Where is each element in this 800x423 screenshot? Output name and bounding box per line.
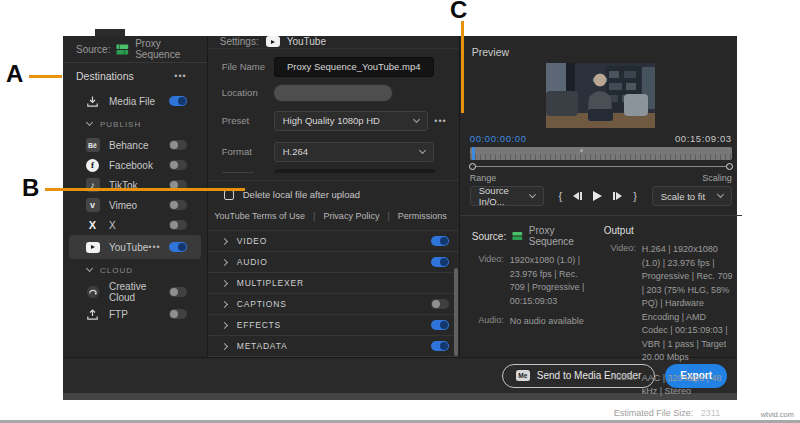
annotation-label-c: C: [450, 0, 467, 24]
in-point-handle[interactable]: [469, 163, 476, 170]
format-label: Format: [222, 146, 274, 157]
preset-menu-icon[interactable]: •••: [434, 116, 446, 126]
section-video[interactable]: VIDEO: [208, 231, 459, 252]
section-multiplexer[interactable]: MULTIPLEXER: [208, 273, 459, 294]
set-out-point-icon[interactable]: }: [633, 190, 637, 202]
sidebar-item-behance[interactable]: Bē Behance: [63, 135, 207, 155]
metadata-section-toggle[interactable]: [431, 341, 449, 351]
step-forward-icon[interactable]: [613, 192, 622, 200]
current-timecode[interactable]: 00:00:00:00: [470, 133, 527, 144]
publish-group-label: PUBLISH: [100, 120, 141, 129]
annotation-label-a: A: [6, 60, 23, 88]
link-separator: |: [313, 211, 315, 221]
timeline-marker: [580, 149, 583, 152]
youtube-terms-link[interactable]: YouTube Terms of Use: [214, 211, 305, 221]
x-glyph: X: [89, 219, 96, 231]
settings-sections: VIDEO AUDIO MULTIPLEXER CAPTIONS: [208, 230, 459, 357]
vimeo-glyph: v: [86, 198, 100, 212]
effects-section-toggle[interactable]: [431, 320, 449, 330]
video-label: Video:: [604, 243, 636, 365]
playhead[interactable]: [472, 147, 475, 160]
file-name-input[interactable]: [274, 57, 434, 77]
section-audio[interactable]: AUDIO: [208, 252, 459, 273]
sidebar-item-x[interactable]: X X: [63, 215, 207, 235]
sidebar-item-media-file[interactable]: Media File: [63, 89, 207, 113]
preset-dropdown[interactable]: High Quality 1080p HD: [274, 111, 429, 131]
audio-section-toggle[interactable]: [431, 257, 449, 267]
facebook-toggle[interactable]: [169, 160, 187, 170]
step-back-icon[interactable]: [573, 192, 582, 200]
play-icon[interactable]: [593, 191, 602, 201]
timeline-scrubber[interactable]: [470, 147, 732, 160]
preview-title: Preview: [460, 36, 742, 58]
file-name-label: File Name: [222, 61, 274, 72]
scaling-label: Scaling: [702, 173, 732, 183]
settings-header: Settings: YouTube: [208, 36, 459, 49]
export-dialog: Source: Proxy Sequence Destinations ••• …: [63, 36, 737, 400]
clipped-field-label: [222, 172, 254, 173]
source-video-row: Video: 1920x1080 (1.0) | 23.976 fps | Re…: [472, 254, 594, 308]
sidebar-item-youtube[interactable]: YouTube •••: [69, 235, 201, 259]
cloud-group-label: CLOUD: [100, 266, 133, 275]
scrollbar[interactable]: [454, 268, 458, 356]
sidebar-item-label: Media File: [109, 96, 155, 107]
link-separator: |: [387, 211, 389, 221]
sidebar-item-facebook[interactable]: f Facebook: [63, 155, 207, 175]
chevron-down-icon: [413, 116, 420, 123]
chevron-right-icon: [221, 279, 228, 286]
source-output-info: Source: Proxy Sequence Video: 1920x1080 …: [460, 216, 742, 423]
dialog-main: Source: Proxy Sequence Destinations ••• …: [63, 36, 737, 357]
preset-row: Preset High Quality 1080p HD •••: [222, 111, 447, 131]
sidebar-item-ftp[interactable]: FTP: [63, 303, 207, 325]
preset-label: Preset: [222, 115, 274, 126]
location-link-redacted[interactable]: [274, 85, 392, 101]
settings-panel: Settings: YouTube File Name Location Pre…: [208, 36, 460, 357]
range-handle-bar: [470, 163, 732, 171]
output-audio-row: Audio: AAC | 320 kbps | 48 kHz | Stereo: [604, 372, 734, 399]
youtube-toggle[interactable]: [169, 242, 187, 252]
output-audio-value: AAC | 320 kbps | 48 kHz | Stereo: [642, 372, 734, 399]
output-video-row: Video: H.264 | 1920x1080 (1.0) | 23.976 …: [604, 243, 734, 365]
cloud-group-header[interactable]: CLOUD: [63, 259, 207, 281]
annotation-arrow-a: [29, 75, 62, 78]
scaling-dropdown[interactable]: Scale to fit: [652, 186, 732, 206]
file-name-row: File Name: [222, 57, 447, 77]
media-file-toggle[interactable]: [169, 96, 187, 106]
video-preview-thumbnail: [546, 63, 655, 128]
x-toggle[interactable]: [169, 220, 187, 230]
permissions-link[interactable]: Permissions: [398, 211, 447, 221]
destinations-header: Destinations •••: [63, 63, 207, 89]
sidebar-item-creative-cloud[interactable]: Creative Cloud: [63, 281, 207, 303]
section-label: METADATA: [237, 341, 288, 351]
section-label: MULTIPLEXER: [237, 278, 304, 288]
section-captions[interactable]: CAPTIONS: [208, 294, 459, 315]
youtube-menu-icon[interactable]: •••: [148, 242, 160, 252]
ftp-toggle[interactable]: [169, 309, 187, 319]
output-label: Output: [604, 225, 634, 236]
sidebar-item-vimeo[interactable]: v Vimeo: [63, 195, 207, 215]
delete-local-file-checkbox[interactable]: [224, 190, 234, 200]
clipped-field-input: [275, 169, 435, 173]
section-label: AUDIO: [237, 257, 268, 267]
format-row: Format H.264: [222, 142, 447, 162]
format-dropdown[interactable]: H.264: [274, 142, 434, 162]
captions-section-toggle[interactable]: [431, 299, 449, 309]
vimeo-toggle[interactable]: [169, 200, 187, 210]
section-metadata[interactable]: METADATA: [208, 336, 459, 357]
sidebar-item-tiktok[interactable]: ♪ TikTok: [63, 175, 207, 195]
publish-group-header[interactable]: PUBLISH: [63, 113, 207, 135]
video-section-toggle[interactable]: [431, 236, 449, 246]
range-dropdown[interactable]: Source In/O...: [470, 186, 544, 206]
set-in-point-icon[interactable]: {: [559, 190, 563, 202]
creative-cloud-toggle[interactable]: [169, 287, 187, 297]
source-name: Proxy Sequence: [135, 38, 207, 60]
chevron-right-icon: [221, 258, 228, 265]
export-dialog-page: Source: Proxy Sequence Destinations ••• …: [0, 0, 800, 423]
section-effects[interactable]: EFFECTS: [208, 315, 459, 336]
source-label: Source:: [76, 44, 110, 55]
chevron-right-icon: [221, 237, 228, 244]
destinations-menu-icon[interactable]: •••: [174, 71, 186, 81]
out-point-handle[interactable]: [726, 163, 733, 170]
privacy-policy-link[interactable]: Privacy Policy: [323, 211, 379, 221]
behance-toggle[interactable]: [169, 140, 187, 150]
